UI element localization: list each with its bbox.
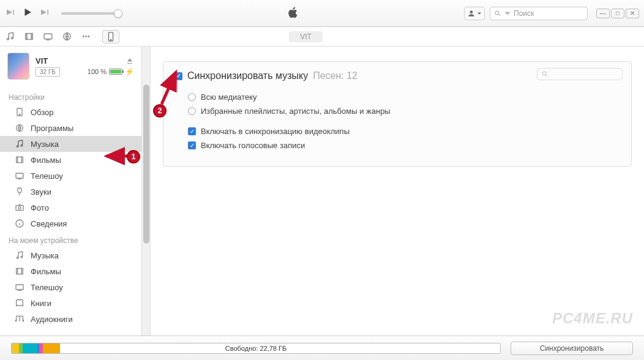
sidebar-item-movies[interactable]: Фильмы [0, 152, 141, 168]
svg-point-3 [12, 37, 13, 39]
song-count: Песен: 12 [313, 70, 358, 81]
sidebar-item-info[interactable]: Сведения [0, 216, 141, 231]
sync-title: Синхронизировать музыку [187, 70, 308, 81]
charging-icon: ⚡ [125, 67, 134, 76]
playback-controls [5, 7, 122, 20]
panel-search-input[interactable] [537, 68, 623, 80]
close-button[interactable]: ✕ [626, 9, 639, 18]
device-storage: 32 ГБ [36, 67, 60, 77]
svg-point-0 [470, 10, 473, 13]
sidebar-item-overview[interactable]: Обзор [0, 104, 141, 120]
sync-button[interactable]: Синхронизировать [511, 342, 633, 355]
volume-slider[interactable] [61, 12, 122, 15]
checkbox-include-voice[interactable]: Включать голосовые записи [174, 138, 620, 152]
device-pill: VIT [289, 31, 323, 42]
more-tab-icon[interactable] [81, 31, 91, 42]
radio-entire-library[interactable]: Всю медиатеку [174, 90, 620, 104]
svg-point-9 [88, 36, 89, 37]
svg-point-26 [542, 72, 546, 75]
svg-point-20 [18, 207, 21, 209]
sync-music-checkbox[interactable] [174, 72, 182, 80]
settings-heading: Настройки [0, 88, 141, 104]
eject-icon[interactable] [125, 58, 134, 67]
minimize-button[interactable]: — [596, 9, 610, 18]
svg-point-8 [85, 36, 87, 37]
svg-point-7 [83, 36, 84, 37]
sidebar-item-tvshows[interactable]: Телешоу [0, 168, 141, 184]
prev-icon[interactable] [5, 7, 16, 20]
movies-tab-icon[interactable] [24, 31, 34, 42]
search-input[interactable]: Поиск [490, 7, 588, 20]
apps-tab-icon[interactable] [62, 31, 72, 42]
svg-rect-25 [16, 285, 23, 290]
tv-tab-icon[interactable] [43, 31, 53, 42]
svg-rect-19 [16, 206, 23, 211]
device-header: VIT 32 ГБ 100 % ⚡ [0, 47, 141, 88]
ondevice-item-movies[interactable]: Фильмы [0, 263, 141, 279]
library-tabs: VIT [0, 27, 644, 47]
content-panel: Синхронизировать музыку Песен: 12 Всю ме… [151, 47, 644, 336]
play-icon[interactable] [22, 7, 33, 20]
storage-free-label: Свободно: 22,78 ГБ [225, 345, 286, 352]
svg-point-22 [17, 257, 18, 259]
sync-music-panel: Синхронизировать музыку Песен: 12 Всю ме… [163, 61, 632, 167]
sidebar-scrollbar[interactable] [142, 47, 151, 336]
sidebar-item-photos[interactable]: Фото [0, 200, 141, 216]
device-name: VIT [36, 56, 81, 66]
device-button[interactable] [102, 30, 119, 43]
svg-point-1 [495, 11, 499, 15]
sidebar-item-sounds[interactable]: Звуки [0, 184, 141, 200]
svg-rect-5 [44, 34, 52, 39]
svg-point-2 [7, 38, 9, 40]
svg-point-11 [110, 39, 111, 40]
ondevice-item-audiobooks[interactable]: Аудиокниги [0, 311, 141, 327]
svg-point-13 [19, 114, 20, 114]
ondevice-heading: На моем устройстве [0, 231, 141, 247]
maximize-button[interactable]: □ [611, 9, 624, 18]
main-area: VIT 32 ГБ 100 % ⚡ Настройки Обзор Програ… [0, 47, 644, 336]
next-icon[interactable] [39, 7, 50, 20]
svg-point-16 [21, 144, 23, 146]
bottom-bar: Свободно: 22,78 ГБ Синхронизировать [0, 336, 644, 360]
svg-point-23 [21, 256, 23, 258]
svg-rect-18 [16, 173, 23, 178]
ondevice-item-books[interactable]: Книги [0, 295, 141, 311]
apple-logo-icon [286, 6, 300, 21]
svg-point-15 [17, 146, 18, 148]
sidebar: VIT 32 ГБ 100 % ⚡ Настройки Обзор Програ… [0, 47, 142, 336]
window-controls: — □ ✕ [596, 9, 639, 18]
checkbox-include-videos[interactable]: Включать в синхронизацию видеоклипы [174, 124, 620, 138]
music-tab-icon[interactable] [5, 31, 15, 42]
sidebar-item-music[interactable]: Музыка [0, 136, 141, 152]
battery-status: 100 % ⚡ [88, 67, 134, 76]
battery-icon [109, 69, 122, 75]
account-button[interactable] [464, 7, 485, 20]
sidebar-item-apps[interactable]: Программы [0, 120, 141, 136]
top-toolbar: Поиск — □ ✕ [0, 0, 644, 27]
search-placeholder: Поиск [514, 9, 534, 18]
device-thumbnail-icon [7, 53, 29, 80]
ondevice-item-music[interactable]: Музыка [0, 247, 141, 263]
ondevice-item-tvshows[interactable]: Телешоу [0, 279, 141, 295]
radio-selected-playlists[interactable]: Избранные плейлисты, артисты, альбомы и … [174, 104, 620, 118]
storage-bar: Свободно: 22,78 ГБ [11, 343, 501, 354]
